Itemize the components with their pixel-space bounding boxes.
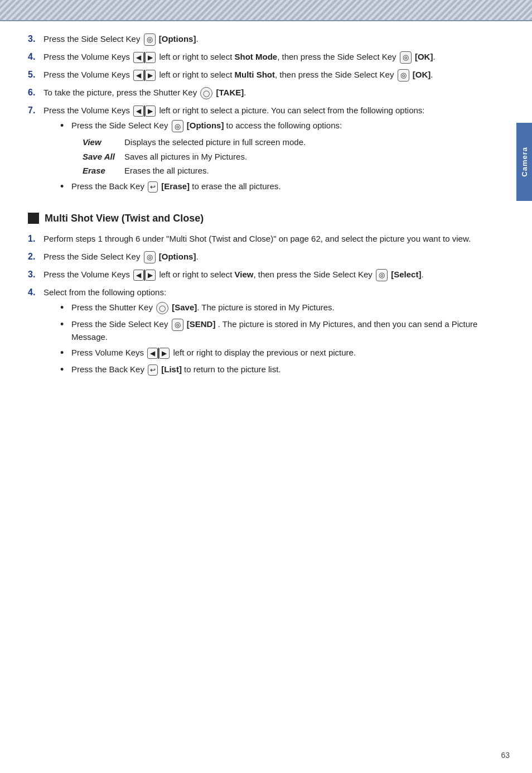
- sub-item-save: • Press the Shutter Key ◯ [Save]. The pi…: [60, 301, 493, 315]
- option-erase-val: Erases the all pictures.: [124, 165, 493, 177]
- sub-item-send: • Press the Side Select Key ◎ [SEND] . T…: [60, 318, 493, 344]
- page-number: 63: [501, 751, 510, 760]
- section-square-icon: [28, 213, 39, 224]
- step-4: 4. Press the Volume Keys ◀▶ left or righ…: [28, 50, 493, 64]
- side-select-key-icon-2: ◎: [400, 51, 412, 64]
- option-view-val: Displays the selected picture in full sc…: [124, 136, 493, 149]
- shutter-key-icon-2: ◯: [156, 302, 168, 314]
- part2-step-4-num: 4.: [28, 286, 43, 299]
- option-saveall-key: Save All: [83, 151, 124, 164]
- section-2-title: Multi Shot View (Twist and Close): [45, 213, 204, 224]
- sub-item-erase-text: Press the Back Key ↩ [Erase] to erase th…: [71, 180, 281, 193]
- bullet-list: •: [60, 362, 69, 377]
- sub-item-vol-text: Press Volume Keys ◀▶ left or right to di…: [71, 347, 356, 359]
- step-6-text: To take the picture, press the Shutter K…: [43, 86, 493, 99]
- side-select-key-icon-5: ◎: [144, 251, 156, 263]
- part2-step-4: 4. Select from the following options: • …: [28, 286, 493, 380]
- step-7-sublist: • Press the Side Select Key ◎ [Options] …: [60, 119, 493, 194]
- section-2-header: Multi Shot View (Twist and Close): [28, 213, 493, 224]
- side-select-key-icon-6: ◎: [376, 269, 388, 281]
- part2-step-3-num: 3.: [28, 268, 43, 281]
- bullet-1: •: [60, 118, 69, 133]
- part2-step-1: 1. Perform steps 1 through 6 under "Mult…: [28, 232, 493, 246]
- bullet-2: •: [60, 179, 69, 194]
- step-5-num: 5.: [28, 68, 43, 81]
- side-select-key-icon-3: ◎: [398, 69, 409, 81]
- step-3-num: 3.: [28, 32, 43, 46]
- option-view-row: View Displays the selected picture in fu…: [83, 136, 493, 149]
- main-content: 3. Press the Side Select Key ◎ [Options]…: [0, 27, 532, 407]
- sub-item-options-text: Press the Side Select Key ◎ [Options] to…: [71, 119, 342, 132]
- step-4-text: Press the Volume Keys ◀▶ left or right t…: [43, 50, 493, 64]
- sub-item-save-text: Press the Shutter Key ◯ [Save]. The pict…: [71, 301, 335, 314]
- sub-item-options: • Press the Side Select Key ◎ [Options] …: [60, 119, 493, 133]
- vol-keys-icon-2: ◀▶: [133, 70, 156, 81]
- bullet-vol: •: [60, 345, 69, 361]
- sub-item-send-text: Press the Side Select Key ◎ [SEND] . The…: [71, 318, 493, 344]
- step-6-num: 6.: [28, 86, 43, 99]
- step-7-num: 7.: [28, 104, 43, 117]
- sub-item-list: • Press the Back Key ↩ [List] to return …: [60, 363, 493, 377]
- bullet-save: •: [60, 300, 69, 315]
- step-7-text: Press the Volume Keys ◀▶ left or right t…: [43, 104, 493, 197]
- part2-step-2-text: Press the Side Select Key ◎ [Options].: [43, 250, 493, 263]
- step-3: 3. Press the Side Select Key ◎ [Options]…: [28, 32, 493, 46]
- bullet-send: •: [60, 317, 69, 332]
- option-erase-key: Erase: [83, 165, 124, 177]
- part2-step-2: 2. Press the Side Select Key ◎ [Options]…: [28, 250, 493, 263]
- vol-keys-icon-5: ◀▶: [147, 348, 170, 359]
- step-5-text: Press the Volume Keys ◀▶ left or right t…: [43, 68, 493, 81]
- part2-step-3: 3. Press the Volume Keys ◀▶ left or righ…: [28, 268, 493, 281]
- top-header: [0, 0, 532, 21]
- step-7: 7. Press the Volume Keys ◀▶ left or righ…: [28, 104, 493, 197]
- step4-sublist: • Press the Shutter Key ◯ [Save]. The pi…: [60, 301, 493, 377]
- step-4-num: 4.: [28, 50, 43, 64]
- side-select-key-icon: ◎: [144, 33, 156, 46]
- option-erase-row: Erase Erases the all pictures.: [83, 165, 493, 177]
- vol-keys-icon: ◀▶: [133, 52, 156, 63]
- vol-keys-icon-3: ◀▶: [133, 105, 156, 117]
- sub-item-erase: • Press the Back Key ↩ [Erase] to erase …: [60, 180, 493, 194]
- part2-step-1-text: Perform steps 1 through 6 under "Multi S…: [43, 232, 493, 245]
- step-6: 6. To take the picture, press the Shutte…: [28, 86, 493, 99]
- back-key-icon: ↩: [148, 181, 158, 193]
- side-select-key-icon-7: ◎: [172, 319, 183, 331]
- part2-step-3-text: Press the Volume Keys ◀▶ left or right t…: [43, 268, 493, 281]
- option-saveall-val: Saves all pictures in My Pictures.: [124, 151, 493, 164]
- option-saveall-row: Save All Saves all pictures in My Pictur…: [83, 151, 493, 164]
- part2-step-1-num: 1.: [28, 232, 43, 246]
- step-3-text: Press the Side Select Key ◎ [Options].: [43, 32, 493, 46]
- side-select-key-icon-4: ◎: [172, 120, 183, 132]
- step-5: 5. Press the Volume Keys ◀▶ left or righ…: [28, 68, 493, 81]
- shutter-key-icon: ◯: [200, 87, 212, 99]
- sub-item-vol: • Press Volume Keys ◀▶ left or right to …: [60, 347, 493, 361]
- back-key-icon-2: ↩: [148, 364, 158, 376]
- option-view-key: View: [83, 136, 124, 149]
- part2-step-4-text: Select from the following options: • Pre…: [43, 286, 493, 380]
- side-tab-label: Camera: [520, 147, 529, 177]
- vol-keys-icon-4: ◀▶: [133, 270, 156, 281]
- options-table: View Displays the selected picture in fu…: [83, 136, 493, 177]
- sub-item-list-text: Press the Back Key ↩ [List] to return to…: [71, 363, 281, 376]
- side-tab: Camera: [516, 123, 532, 201]
- part2-step-2-num: 2.: [28, 250, 43, 263]
